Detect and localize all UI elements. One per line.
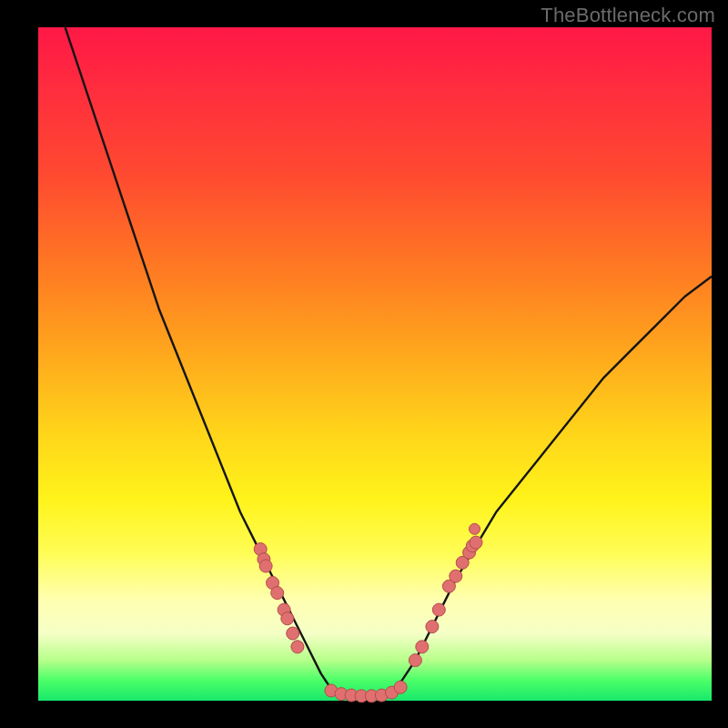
data-marker — [291, 641, 304, 653]
data-marker — [470, 536, 482, 549]
bottleneck-curve — [66, 27, 712, 696]
data-marker — [271, 587, 284, 600]
data-marker — [409, 654, 421, 667]
data-marker-outlier — [470, 523, 480, 534]
data-marker — [450, 570, 462, 582]
data-marker — [281, 612, 294, 625]
chart-svg — [38, 27, 712, 701]
curve-layer — [66, 27, 712, 696]
outer-frame: TheBottleneck.com — [0, 0, 728, 728]
data-marker — [432, 603, 445, 616]
watermark-text: TheBottleneck.com — [541, 4, 715, 27]
marker-layer — [254, 523, 482, 703]
data-marker — [259, 560, 272, 572]
data-marker — [287, 627, 299, 640]
data-marker — [416, 641, 429, 653]
plot-area — [38, 27, 712, 701]
data-marker — [426, 621, 439, 633]
data-marker — [394, 681, 407, 693]
